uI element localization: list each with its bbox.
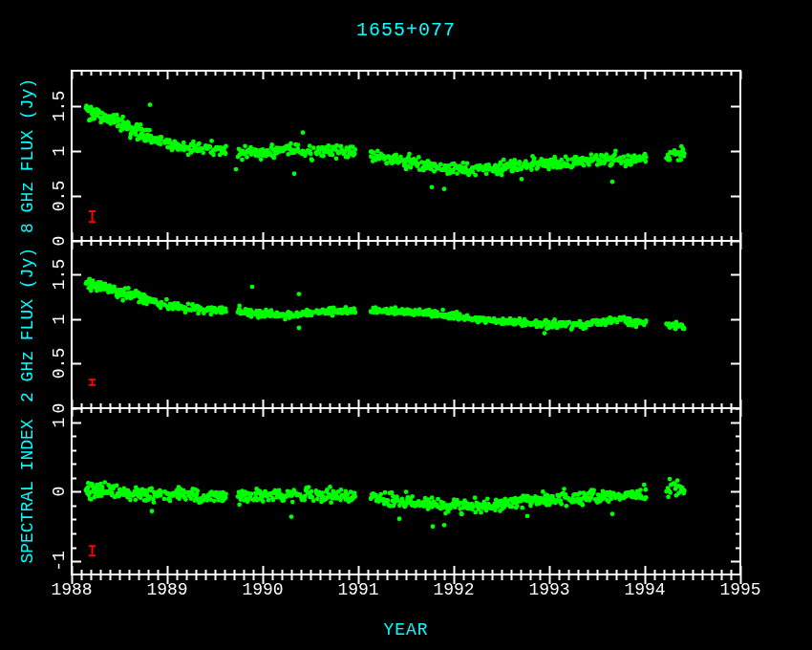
y-axis-title-2ghz-flux: 2 GHz FLUX (Jy) [18, 248, 37, 402]
x-tick-label: 1990 [242, 580, 283, 599]
y-tick-label: 0.5 [50, 181, 69, 211]
light-curve-canvas [0, 0, 812, 650]
x-tick-label: 1993 [528, 580, 569, 599]
x-axis-title: YEAR [383, 620, 428, 639]
y-axis-title-spectral-index: SPECTRAL INDEX [18, 419, 37, 563]
y-tick-label: 1.5 [50, 259, 69, 290]
y-tick-label: 1 [50, 417, 69, 427]
y-tick-label: 0 [50, 236, 69, 247]
y-tick-label: 1.5 [50, 91, 69, 121]
x-tick-label: 1988 [51, 580, 92, 599]
y-tick-label: 0 [50, 487, 69, 497]
light-curve-figure: 1655+077 8 GHz FLUX (Jy) 2 GHz FLUX (Jy)… [0, 0, 812, 650]
x-tick-label: 1992 [433, 580, 474, 599]
y-tick-label: -1 [50, 551, 69, 572]
x-tick-label: 1994 [624, 580, 665, 599]
chart-title: 1655+077 [356, 19, 456, 41]
x-tick-label: 1989 [146, 580, 187, 599]
y-axis-title-8ghz-flux: 8 GHz FLUX (Jy) [18, 78, 37, 233]
y-tick-label: 0.5 [50, 348, 69, 379]
y-tick-label: 0 [50, 403, 69, 414]
y-tick-label: 1 [50, 146, 69, 157]
x-tick-label: 1991 [337, 580, 378, 599]
x-tick-label: 1995 [719, 580, 760, 599]
y-tick-label: 1 [50, 314, 69, 324]
